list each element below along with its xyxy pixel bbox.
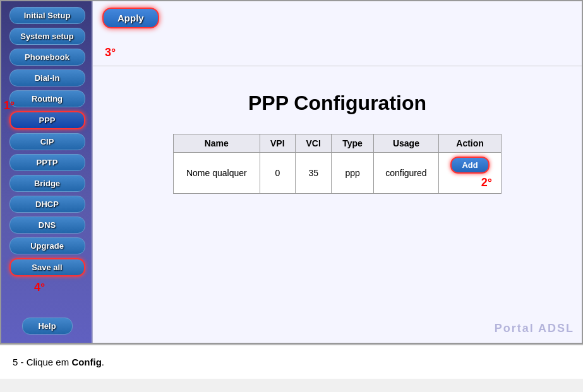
sidebar-item-dhcp[interactable]: DHCP <box>9 196 85 213</box>
col-header-type: Type <box>332 134 373 153</box>
caption: 5 - Clique em Config. <box>0 345 583 379</box>
col-header-vci: VCI <box>296 134 332 153</box>
sidebar-item-save-all[interactable]: Save all <box>9 258 85 276</box>
page-title: PPP Configuration <box>248 92 426 115</box>
sidebar-item-help[interactable]: Help <box>22 318 73 335</box>
annotation-4: 4° <box>34 281 45 294</box>
caption-bold: Config <box>71 357 101 367</box>
col-header-action: Action <box>439 134 502 153</box>
cell-type: ppp <box>332 153 373 194</box>
sidebar-item-routing[interactable]: Routing <box>9 90 85 107</box>
sidebar-item-pptp[interactable]: PPTP <box>9 154 85 171</box>
cell-action: Add 2° <box>439 153 502 194</box>
watermark: Portal ADSL <box>495 322 574 335</box>
cell-vpi: 0 <box>260 153 295 194</box>
sidebar-item-dial-in[interactable]: Dial-in <box>9 69 85 86</box>
top-bar: Apply 3° <box>93 1 582 66</box>
main-content: Apply 3° PPP Configuration Name VPI VCI … <box>93 1 582 343</box>
caption-prefix: 5 - Clique em <box>13 357 71 367</box>
annotation-1: 1° <box>4 99 15 112</box>
table-row: Nome qualquer 0 35 ppp configured Add 2° <box>174 153 502 194</box>
sidebar-item-system-setup[interactable]: System setup <box>9 28 85 45</box>
cell-name: Nome qualquer <box>174 153 260 194</box>
sidebar-item-dns[interactable]: DNS <box>9 217 85 234</box>
sidebar-item-bridge[interactable]: Bridge <box>9 175 85 192</box>
add-button[interactable]: Add <box>450 157 489 174</box>
cell-usage: configured <box>373 153 438 194</box>
config-table: Name VPI VCI Type Usage Action Nome qual… <box>173 134 502 194</box>
content-body: PPP Configuration Name VPI VCI Type Usag… <box>93 66 582 343</box>
sidebar-item-initial-setup[interactable]: Initial Setup <box>9 7 85 24</box>
apply-button[interactable]: Apply <box>102 8 159 28</box>
sidebar-item-cip[interactable]: CIP <box>9 133 85 150</box>
sidebar-item-phonebook[interactable]: Phonebook <box>9 49 85 66</box>
sidebar: 1° Initial Setup System setup Phonebook … <box>1 1 93 343</box>
col-header-usage: Usage <box>373 134 438 153</box>
annotation-3: 3° <box>105 46 116 59</box>
caption-suffix: . <box>102 357 104 367</box>
cell-vci: 35 <box>296 153 332 194</box>
sidebar-item-upgrade[interactable]: Upgrade <box>9 237 85 254</box>
col-header-vpi: VPI <box>260 134 295 153</box>
annotation-2: 2° <box>448 176 492 189</box>
col-header-name: Name <box>174 134 260 153</box>
sidebar-item-ppp[interactable]: PPP <box>9 111 85 129</box>
